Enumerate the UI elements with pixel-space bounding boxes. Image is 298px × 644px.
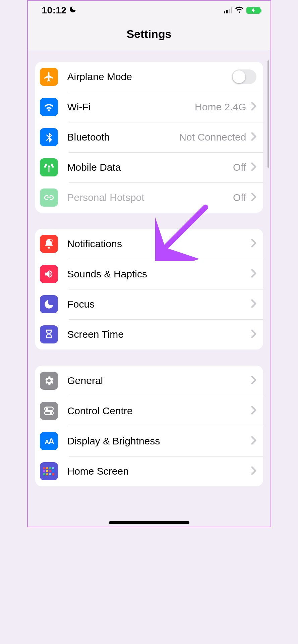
status-bar: 10:12 xyxy=(28,1,271,20)
toggles-icon xyxy=(40,402,58,420)
chevron-right-icon xyxy=(251,102,256,112)
page-title: Settings xyxy=(28,20,271,50)
row-airplane-mode[interactable]: Airplane Mode xyxy=(35,62,263,92)
scrollbar[interactable] xyxy=(267,60,269,168)
row-label: Control Centre xyxy=(67,405,133,417)
bluetooth-icon xyxy=(40,128,58,146)
hotspot-link-icon xyxy=(40,189,58,207)
row-label: Mobile Data xyxy=(67,162,121,173)
chevron-right-icon xyxy=(251,376,256,386)
row-label: Home Screen xyxy=(67,466,129,477)
row-general[interactable]: General xyxy=(35,366,263,396)
row-value: Home 2.4G xyxy=(195,101,246,113)
row-focus[interactable]: Focus xyxy=(35,289,263,319)
row-label: Bluetooth xyxy=(67,131,110,143)
settings-list: Airplane Mode Wi-Fi Home 2.4G Bluetooth … xyxy=(28,50,271,486)
chevron-right-icon xyxy=(251,193,256,203)
row-home-screen[interactable]: Home Screen xyxy=(35,456,263,486)
row-label: General xyxy=(67,375,103,386)
row-label: Sounds & Haptics xyxy=(67,268,147,280)
app-grid-icon xyxy=(40,462,58,480)
battery-charging-icon xyxy=(246,7,260,14)
svg-text:A: A xyxy=(48,437,54,446)
chevron-right-icon xyxy=(251,436,256,446)
svg-point-1 xyxy=(50,239,52,241)
row-label: Wi-Fi xyxy=(67,101,91,113)
wifi-icon xyxy=(235,6,244,14)
chevron-right-icon xyxy=(251,132,256,142)
antenna-icon xyxy=(40,158,58,176)
row-sounds-haptics[interactable]: Sounds & Haptics xyxy=(35,259,263,289)
row-value: Off xyxy=(233,162,246,173)
row-personal-hotspot[interactable]: Personal Hotspot Off xyxy=(35,182,263,213)
hourglass-icon xyxy=(40,325,58,343)
row-mobile-data[interactable]: Mobile Data Off xyxy=(35,152,263,182)
chevron-right-icon xyxy=(251,406,256,416)
row-label: Airplane Mode xyxy=(67,71,132,83)
bell-icon xyxy=(40,235,58,253)
row-display-brightness[interactable]: AA Display & Brightness xyxy=(35,426,263,456)
cellular-signal-icon xyxy=(224,7,232,13)
text-size-icon: AA xyxy=(40,432,58,450)
chevron-right-icon xyxy=(251,329,256,339)
wifi-settings-icon xyxy=(40,98,58,116)
home-indicator[interactable] xyxy=(109,521,189,524)
chevron-right-icon xyxy=(251,162,256,172)
row-control-centre[interactable]: Control Centre xyxy=(35,396,263,426)
row-value: Not Connected xyxy=(179,131,246,143)
row-label: Display & Brightness xyxy=(67,435,160,447)
status-time: 10:12 xyxy=(42,5,67,16)
moon-icon xyxy=(40,295,58,313)
row-screen-time[interactable]: Screen Time xyxy=(35,319,263,350)
row-label: Notifications xyxy=(67,238,122,250)
airplane-toggle[interactable] xyxy=(232,69,256,84)
row-label: Screen Time xyxy=(67,329,124,340)
settings-group-system: General Control Centre AA Display & Brig… xyxy=(35,366,263,486)
row-value: Off xyxy=(233,192,246,203)
dnd-moon-icon xyxy=(69,5,77,16)
airplane-icon xyxy=(40,68,58,86)
gear-icon xyxy=(40,372,58,390)
row-label: Personal Hotspot xyxy=(67,192,144,203)
chevron-right-icon xyxy=(251,299,256,309)
svg-point-3 xyxy=(46,408,48,410)
chevron-right-icon xyxy=(251,269,256,279)
settings-group-attention: Notifications Sounds & Haptics Focus S xyxy=(35,229,263,350)
row-label: Focus xyxy=(67,299,95,310)
row-bluetooth[interactable]: Bluetooth Not Connected xyxy=(35,122,263,152)
svg-point-5 xyxy=(50,412,52,414)
row-notifications[interactable]: Notifications xyxy=(35,229,263,259)
speaker-icon xyxy=(40,265,58,283)
row-wifi[interactable]: Wi-Fi Home 2.4G xyxy=(35,92,263,122)
chevron-right-icon xyxy=(251,239,256,249)
chevron-right-icon xyxy=(251,466,256,476)
settings-group-connectivity: Airplane Mode Wi-Fi Home 2.4G Bluetooth … xyxy=(35,62,263,213)
